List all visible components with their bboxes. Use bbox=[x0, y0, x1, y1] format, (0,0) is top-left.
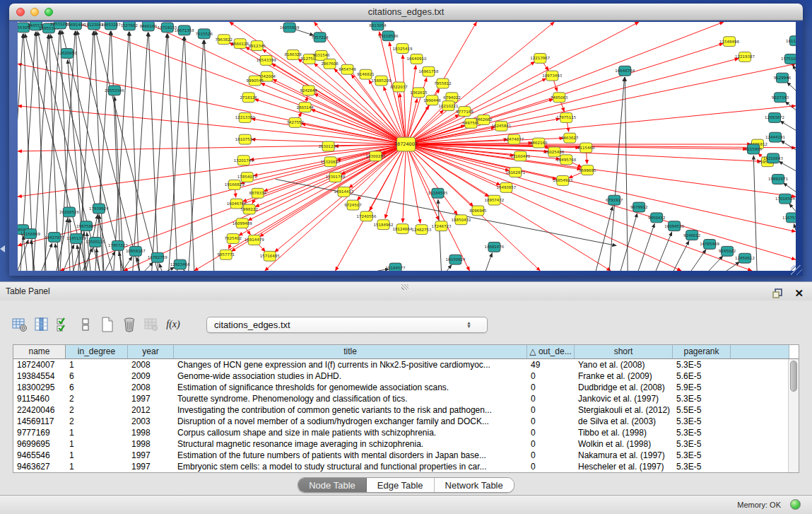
table-row[interactable]: 946362711997Embryonic stem cells: a mode… bbox=[13, 461, 788, 472]
graph-node[interactable] bbox=[651, 213, 663, 223]
graph-node[interactable] bbox=[495, 121, 507, 131]
graph-node[interactable] bbox=[30, 22, 42, 30]
graph-node[interactable] bbox=[322, 141, 334, 151]
tab-edge-table[interactable]: Edge Table bbox=[367, 478, 435, 492]
graph-node[interactable] bbox=[341, 64, 353, 74]
graph-node[interactable] bbox=[669, 221, 681, 231]
graph-node[interactable] bbox=[465, 118, 477, 128]
graph-node[interactable] bbox=[69, 22, 81, 30]
graph-node[interactable] bbox=[283, 23, 295, 33]
graph-node[interactable] bbox=[24, 229, 36, 239]
tab-node-table[interactable]: Node Table bbox=[298, 478, 367, 492]
graph-node[interactable] bbox=[787, 213, 796, 223]
graph-node[interactable] bbox=[324, 157, 336, 167]
splitter-handle[interactable] bbox=[401, 284, 408, 290]
graph-hub-node[interactable] bbox=[397, 137, 416, 151]
graph-node[interactable] bbox=[260, 55, 272, 65]
new-column-icon[interactable] bbox=[99, 316, 116, 333]
graph-node[interactable] bbox=[287, 50, 299, 60]
graph-node[interactable] bbox=[227, 234, 239, 244]
graph-node[interactable] bbox=[129, 246, 141, 256]
table-row[interactable]: 1938455462009Genome-wide association stu… bbox=[13, 370, 788, 382]
table-row[interactable]: 1830029562008Estimation of significance … bbox=[13, 382, 788, 393]
graph-node[interactable] bbox=[432, 188, 444, 198]
graph-node[interactable] bbox=[236, 218, 248, 228]
graph-node[interactable] bbox=[411, 54, 423, 64]
graph-node[interactable] bbox=[704, 240, 716, 250]
graph-node[interactable] bbox=[241, 173, 253, 182]
graph-node[interactable] bbox=[777, 73, 789, 83]
graph-node[interactable] bbox=[790, 36, 796, 46]
graph-node[interactable] bbox=[510, 168, 522, 177]
graph-node[interactable] bbox=[42, 23, 54, 33]
float-panel-icon[interactable] bbox=[769, 285, 786, 302]
graph-node[interactable] bbox=[775, 93, 787, 103]
graph-node[interactable] bbox=[299, 103, 311, 112]
graph-node[interactable] bbox=[377, 220, 389, 230]
graph-node[interactable] bbox=[382, 31, 394, 41]
graph-node[interactable] bbox=[48, 233, 60, 243]
graph-node[interactable] bbox=[770, 132, 782, 142]
graph-node[interactable] bbox=[500, 182, 512, 192]
graph-node[interactable] bbox=[372, 22, 384, 30]
graph-node[interactable] bbox=[248, 235, 260, 245]
row-height-icon[interactable] bbox=[77, 316, 94, 333]
column-header-short[interactable]: short bbox=[575, 345, 673, 358]
column-chooser-icon[interactable] bbox=[33, 316, 50, 333]
select-columns-icon[interactable] bbox=[55, 316, 72, 333]
graph-node[interactable] bbox=[63, 207, 75, 217]
graph-node[interactable] bbox=[249, 76, 261, 86]
graph-node[interactable] bbox=[396, 224, 408, 234]
graph-node[interactable] bbox=[488, 242, 500, 252]
column-header-in_degree[interactable]: in_degree bbox=[66, 345, 128, 358]
graph-node[interactable] bbox=[329, 173, 341, 182]
graph-node[interactable] bbox=[423, 66, 435, 76]
graph-node[interactable] bbox=[785, 54, 796, 64]
graph-node[interactable] bbox=[459, 107, 471, 117]
graph-node[interactable] bbox=[218, 35, 230, 45]
graph-node[interactable] bbox=[88, 22, 100, 30]
graph-node[interactable] bbox=[220, 250, 232, 259]
graph-node[interactable] bbox=[198, 29, 210, 39]
graph-node[interactable] bbox=[619, 66, 631, 76]
column-header-year[interactable]: year bbox=[128, 345, 174, 358]
graph-node[interactable] bbox=[449, 255, 461, 264]
graph-node[interactable] bbox=[416, 225, 428, 235]
graph-node[interactable] bbox=[338, 187, 350, 197]
graph-node[interactable] bbox=[534, 53, 546, 63]
column-header-name[interactable]: name bbox=[13, 345, 66, 358]
graph-node[interactable] bbox=[174, 259, 186, 269]
delete-column-icon[interactable] bbox=[121, 316, 138, 333]
graph-node[interactable] bbox=[61, 49, 73, 59]
graph-node[interactable] bbox=[724, 37, 736, 47]
graph-node[interactable] bbox=[560, 113, 572, 123]
graph-node[interactable] bbox=[442, 101, 454, 111]
graph-node[interactable] bbox=[242, 93, 254, 103]
graph-node[interactable] bbox=[112, 240, 124, 250]
graph-node[interactable] bbox=[608, 195, 620, 205]
graph-node[interactable] bbox=[324, 59, 336, 69]
graph-node[interactable] bbox=[564, 133, 576, 143]
graph-node[interactable] bbox=[370, 151, 382, 161]
graph-node[interactable] bbox=[18, 23, 29, 33]
graph-node[interactable] bbox=[508, 134, 520, 144]
graph-node[interactable] bbox=[396, 44, 408, 54]
graph-node[interactable] bbox=[142, 22, 154, 31]
graph-node[interactable] bbox=[478, 115, 490, 125]
graph-node[interactable] bbox=[533, 138, 545, 148]
graph-node[interactable] bbox=[375, 76, 387, 86]
graph-node[interactable] bbox=[686, 230, 698, 240]
graph-node[interactable] bbox=[748, 144, 760, 154]
graph-node[interactable] bbox=[393, 82, 405, 92]
graph-node[interactable] bbox=[243, 204, 255, 214]
graph-node[interactable] bbox=[93, 204, 105, 214]
window-resize-grip[interactable] bbox=[791, 265, 802, 275]
graph-node[interactable] bbox=[239, 134, 251, 144]
graph-node[interactable] bbox=[303, 54, 315, 64]
close-panel-icon[interactable]: ✕ bbox=[794, 288, 804, 299]
table-row[interactable]: 946554611997Estimation of the future num… bbox=[13, 450, 788, 461]
network-window-titlebar[interactable]: citations_edges.txt bbox=[9, 4, 803, 21]
function-builder-icon[interactable]: f(x) bbox=[165, 316, 182, 333]
graph-node[interactable] bbox=[234, 39, 246, 49]
network-view[interactable]: 2553051240557215955305205312402069140618… bbox=[18, 22, 796, 271]
